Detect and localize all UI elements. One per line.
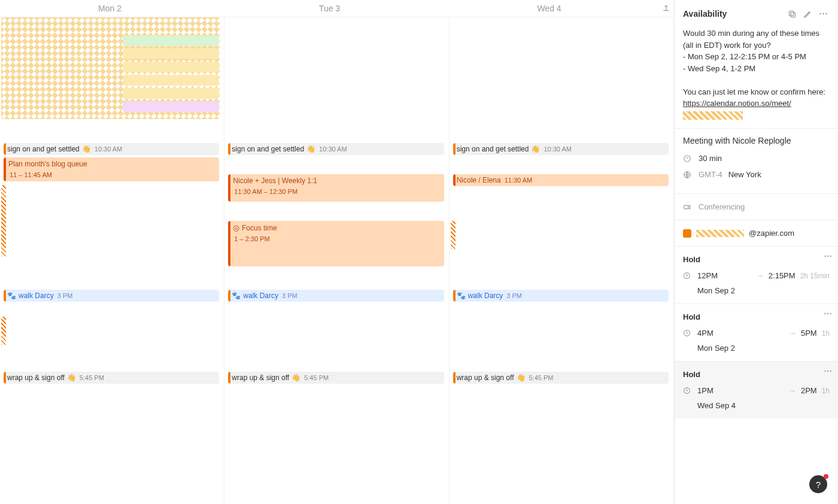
event-weekly-11[interactable]: Nicole + Jess | Weekly 1:1 11:30 AM – 12… — [228, 174, 444, 202]
hold-block[interactable]: Hold 12PM → 2:15PM 2h 15min Mon Sep 2 — [675, 246, 838, 303]
clock-icon — [683, 272, 693, 280]
notification-dot — [824, 474, 828, 479]
event-title: wrap up & sign off — [232, 374, 289, 382]
availability-slot-mon-2[interactable] — [1, 317, 6, 345]
day-header-mon[interactable]: Mon 2 — [0, 0, 220, 17]
day-column-tue[interactable]: sign on and get settled 👋 10:30 AM Nicol… — [224, 17, 449, 504]
event-time: 11:30 AM — [505, 177, 532, 184]
redacted-text — [683, 111, 743, 120]
meeting-details: Meeting with Nicole Replogle 30 min GMT-… — [675, 128, 838, 193]
svg-rect-3 — [789, 11, 794, 16]
tz-offset: GMT-4 — [699, 170, 722, 179]
event-time: 10:30 AM — [319, 145, 347, 153]
svg-point-5 — [822, 13, 824, 15]
more-icon[interactable] — [824, 255, 832, 257]
wave-icon: 👋 — [517, 374, 526, 382]
sidebar-header: Availability — [675, 0, 838, 28]
sidebar-title: Availability — [683, 9, 783, 19]
availability-message: Would 30 min during any of these times (… — [675, 28, 838, 128]
event-walk-darcy-wed[interactable]: 🐾 walk Darcy 3 PM — [453, 290, 669, 302]
day-column-mon[interactable]: sign on and get settled 👋 10:30 AM Plan … — [0, 17, 224, 504]
copy-icon[interactable] — [785, 7, 798, 20]
edit-icon[interactable] — [801, 7, 814, 20]
day-header-wed[interactable]: Wed 4 — [439, 0, 659, 17]
event-time: 5:45 PM — [529, 374, 554, 381]
event-sign-on-tue[interactable]: sign on and get settled 👋 10:30 AM — [228, 143, 444, 155]
event-wrap-up-tue[interactable]: wrap up & sign off 👋 5:45 PM — [228, 372, 444, 384]
allday-event[interactable] — [123, 48, 219, 59]
hold-start: 1PM — [697, 386, 713, 395]
arrow-right-icon: → — [788, 329, 796, 338]
target-icon: ◎ — [233, 223, 239, 232]
allday-event[interactable] — [123, 88, 219, 99]
hold-date: Mon Sep 2 — [683, 344, 830, 353]
redacted-text — [696, 230, 744, 237]
conferencing-row[interactable]: Conferencing — [675, 193, 838, 220]
more-icon[interactable] — [824, 370, 832, 372]
allday-event[interactable] — [123, 101, 219, 112]
hold-block[interactable]: Hold 1PM → 2PM 1h Wed Sep 4 — [675, 361, 838, 418]
more-icon[interactable] — [816, 7, 830, 20]
account-row[interactable]: @zapier.com — [675, 220, 838, 246]
calendar-color-chip — [683, 229, 691, 238]
event-sign-on-mon[interactable]: sign on and get settled 👋 10:30 AM — [4, 143, 219, 155]
event-time: 3 PM — [57, 292, 73, 299]
sync-icon[interactable] — [659, 0, 673, 17]
event-time: 1 – 2:30 PM — [234, 235, 269, 242]
video-icon — [683, 203, 693, 211]
availability-line: You can just let me know or confirm here… — [683, 86, 830, 98]
hold-title: Hold — [683, 370, 830, 379]
availability-line: Would 30 min during any of these times (… — [683, 28, 830, 51]
event-title: walk Darcy — [243, 292, 278, 300]
duration-value: 30 min — [699, 154, 722, 163]
allday-event[interactable] — [123, 35, 219, 46]
availability-line: - Wed Sep 4, 1-2 PM — [683, 63, 830, 75]
wave-icon: 👋 — [67, 374, 76, 382]
event-wrap-up-mon[interactable]: wrap up & sign off 👋 5:45 PM — [4, 372, 219, 384]
duration-row[interactable]: 30 min — [683, 154, 830, 163]
booking-link[interactable]: https://calendar.notion.so/meet/ — [683, 99, 791, 108]
clock-icon — [683, 154, 693, 163]
hold-end: 5PM — [801, 329, 817, 338]
svg-point-6 — [825, 13, 827, 15]
timezone-row[interactable]: GMT-4 New York — [683, 170, 830, 179]
svg-point-20 — [830, 371, 831, 372]
paw-icon: 🐾 — [7, 292, 16, 300]
more-icon[interactable] — [824, 312, 832, 315]
event-plan-month[interactable]: Plan month's blog queue 11 – 11:45 AM — [4, 157, 219, 181]
hold-block[interactable]: Hold 4PM → 5PM 1h Mon Sep 2 — [675, 303, 838, 361]
svg-rect-9 — [684, 205, 688, 209]
allday-event[interactable] — [123, 62, 219, 72]
event-walk-darcy-mon[interactable]: 🐾 walk Darcy 3 PM — [4, 290, 219, 302]
event-time: 11 – 11:45 AM — [10, 171, 52, 178]
event-wrap-up-wed[interactable]: wrap up & sign off 👋 5:45 PM — [453, 372, 669, 384]
event-time: 3 PM — [506, 292, 522, 299]
event-sign-on-wed[interactable]: sign on and get settled 👋 10:30 AM — [453, 143, 669, 155]
hold-title: Hold — [683, 312, 830, 321]
svg-point-12 — [830, 256, 831, 257]
event-walk-darcy-tue[interactable]: 🐾 walk Darcy 3 PM — [228, 290, 444, 302]
availability-slot-mon-1[interactable] — [1, 185, 6, 257]
svg-point-19 — [827, 371, 828, 372]
hold-duration: 1h — [822, 387, 830, 395]
arrow-right-icon: → — [756, 271, 764, 280]
hold-duration: 2h 15min — [800, 272, 830, 280]
help-button[interactable]: ? — [809, 475, 827, 493]
hold-date: Mon Sep 2 — [683, 286, 830, 295]
day-column-wed[interactable]: sign on and get settled 👋 10:30 AM Nicol… — [450, 17, 673, 504]
event-time: 10:30 AM — [95, 145, 122, 153]
availability-slot-wed[interactable] — [451, 221, 456, 250]
hold-date: Wed Sep 4 — [683, 401, 830, 410]
allday-event[interactable] — [123, 75, 219, 86]
paw-icon: 🐾 — [457, 292, 466, 300]
event-focus-time[interactable]: ◎ Focus time 1 – 2:30 PM — [228, 221, 444, 266]
clock-icon — [683, 329, 693, 337]
day-header-tue[interactable]: Tue 3 — [220, 0, 439, 17]
event-title: sign on and get settled — [232, 145, 304, 153]
arrow-right-icon: → — [788, 386, 796, 395]
event-nicole-elena[interactable]: Nicole / Elena 11:30 AM — [453, 174, 669, 186]
hold-end: 2PM — [801, 386, 817, 395]
availability-line: - Mon Sep 2, 12-2:15 PM or 4-5 PM — [683, 51, 830, 63]
meeting-title: Meeting with Nicole Replogle — [683, 136, 830, 145]
event-title: walk Darcy — [468, 292, 503, 300]
